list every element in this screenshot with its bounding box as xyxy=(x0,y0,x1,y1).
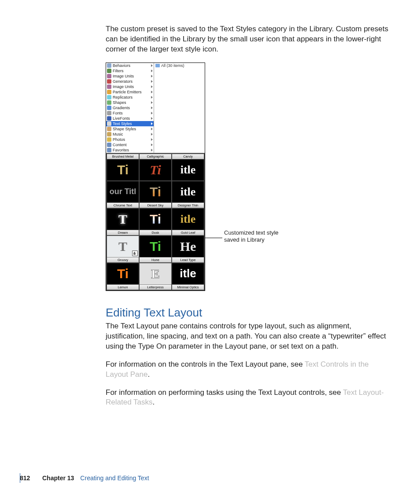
library-thumbnail[interactable]: TiDusk xyxy=(140,209,171,235)
library-category-item[interactable]: Generators xyxy=(106,79,154,84)
library-category-list: BehaviorsFiltersImage UnitsGeneratorsIma… xyxy=(106,63,154,153)
library-thumbnail[interactable]: Candyitle xyxy=(172,154,204,180)
library-thumbnail[interactable]: ELetterpress xyxy=(140,263,171,290)
thumbnail-preview: Ti xyxy=(140,236,171,257)
library-category-item[interactable]: Replicators xyxy=(106,95,154,100)
figure-library: BehaviorsFiltersImage UnitsGeneratorsIma… xyxy=(106,63,391,291)
library-category-item[interactable]: Image Units xyxy=(106,74,154,79)
thumbnail-preview: Ti xyxy=(140,159,171,180)
category-icon xyxy=(107,148,111,152)
thumbnail-preview: itle xyxy=(172,209,204,230)
category-label: Image Units xyxy=(113,85,134,89)
category-icon xyxy=(107,85,111,89)
category-icon xyxy=(107,132,111,136)
category-label: Replicators xyxy=(113,95,133,99)
thumbnail-caption: Hone xyxy=(140,257,171,262)
thumbnail-preview: Ti xyxy=(140,209,171,230)
library-category-item[interactable]: Image Units xyxy=(106,84,154,89)
library-thumbnail[interactable]: Brushed MetalTi xyxy=(107,154,139,180)
category-label: Behaviors xyxy=(113,63,130,68)
category-label: Fonts xyxy=(113,111,123,115)
category-icon xyxy=(107,143,111,147)
category-icon xyxy=(107,111,111,115)
thumbnail-caption: Brushed Metal xyxy=(107,154,139,159)
library-thumbnail[interactable]: itleDesigner Thin xyxy=(172,181,204,208)
category-icon xyxy=(107,63,111,68)
chevron-right-icon xyxy=(151,80,153,83)
library-category-item[interactable]: Particle Emitters xyxy=(106,89,154,95)
text-suffix-1: . xyxy=(147,370,150,379)
category-icon xyxy=(107,90,111,94)
page-footer: 812 Chapter 13 Creating and Editing Text xyxy=(0,473,149,483)
library-category-item[interactable]: Text Styles xyxy=(106,121,154,126)
callout-line2: saved in Library xyxy=(224,236,279,243)
library-panel: BehaviorsFiltersImage UnitsGeneratorsIma… xyxy=(106,63,205,291)
category-icon xyxy=(107,106,111,110)
thumbnail-caption: Minimal Optics xyxy=(172,284,204,290)
category-label: Gradients xyxy=(113,106,130,110)
category-label: Text Styles xyxy=(113,121,132,126)
library-thumbnail-grid: Brushed MetalTiCalligraphicTiCandyitleou… xyxy=(106,153,205,291)
library-thumbnail[interactable]: HeLead Type xyxy=(172,236,204,262)
thumbnail-preview: E xyxy=(140,263,171,284)
chevron-right-icon xyxy=(151,101,153,104)
category-label: Favorites xyxy=(113,148,129,152)
chevron-right-icon xyxy=(151,117,153,120)
library-category-item[interactable]: Behaviors xyxy=(106,63,154,68)
library-category-item[interactable]: Content xyxy=(106,142,154,147)
thumbnail-preview: Ti xyxy=(107,159,139,180)
library-category-item[interactable]: Shapes xyxy=(106,100,154,105)
category-label: Image Units xyxy=(113,74,134,78)
thumbnail-preview: He xyxy=(172,236,204,257)
library-category-item[interactable]: Shape Styles xyxy=(106,126,154,132)
callout-leader xyxy=(205,238,222,238)
chevron-right-icon xyxy=(151,64,153,67)
thumbnail-caption: Designer Thin xyxy=(172,202,204,208)
thumbnail-caption: Gold Leaf xyxy=(172,230,204,235)
library-thumbnail[interactable]: CalligraphicTi xyxy=(140,154,171,180)
chevron-right-icon xyxy=(151,70,153,72)
chevron-right-icon xyxy=(151,149,153,151)
thumbnail-caption: Lead Type xyxy=(172,257,204,262)
library-right-pane: All (30 items) xyxy=(154,63,205,153)
library-category-item[interactable]: Favorites xyxy=(106,147,154,153)
heading-editing-text-layout: Editing Text Layout xyxy=(106,306,391,320)
text-prefix-1: For information on the controls in the T… xyxy=(106,360,305,368)
library-thumbnail[interactable]: TiLemon xyxy=(107,263,139,290)
library-thumbnail[interactable]: TGroovy xyxy=(107,236,139,262)
category-label: Shape Styles xyxy=(113,127,136,131)
library-category-item[interactable]: Filters xyxy=(106,68,154,74)
library-category-item[interactable]: Gradients xyxy=(106,105,154,110)
library-category-item[interactable]: Photos xyxy=(106,137,154,142)
thumbnail-preview: T xyxy=(107,209,139,230)
thumbnail-preview: Ti xyxy=(140,181,171,202)
library-all-label: All (30 items) xyxy=(161,63,184,68)
library-thumbnail[interactable]: our TitlChrome Text xyxy=(107,181,139,208)
library-thumbnail[interactable]: TiHone xyxy=(140,236,171,262)
category-label: Generators xyxy=(113,79,133,84)
category-icon xyxy=(107,100,111,105)
thumbnail-preview: itle xyxy=(172,181,204,202)
library-category-item[interactable]: Music xyxy=(106,132,154,137)
thumbnail-caption: Lemon xyxy=(107,284,139,290)
paragraph-intro: The custom preset is saved to the Text S… xyxy=(106,24,391,55)
chevron-right-icon xyxy=(151,75,153,77)
text-prefix-2: For information on performing tasks usin… xyxy=(106,388,343,397)
library-thumbnail[interactable]: itleGold Leaf xyxy=(172,209,204,235)
category-icon xyxy=(107,137,111,142)
user-icon xyxy=(132,250,138,256)
category-icon xyxy=(107,116,111,121)
library-category-item[interactable]: LiveFonts xyxy=(106,116,154,121)
library-thumbnail[interactable]: TiDesert Sky xyxy=(140,181,171,208)
library-thumbnail[interactable]: itleMinimal Optics xyxy=(172,263,204,290)
thumbnail-caption: Dusk xyxy=(140,230,171,235)
library-category-item[interactable]: Fonts xyxy=(106,110,154,116)
folder-icon xyxy=(155,64,160,67)
callout-line1: Customized text style xyxy=(224,229,279,236)
thumbnail-preview: Ti xyxy=(107,263,139,284)
chevron-right-icon xyxy=(151,96,153,99)
paragraph-see-controls: For information on the controls in the T… xyxy=(106,360,391,380)
thumbnail-preview: itle xyxy=(172,159,204,180)
footer-chapter-title: Creating and Editing Text xyxy=(80,475,149,482)
library-thumbnail[interactable]: TDream xyxy=(107,209,139,235)
